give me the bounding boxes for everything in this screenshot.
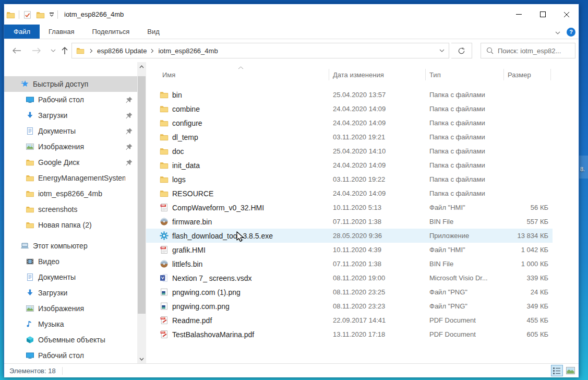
close-button[interactable] [555,4,579,25]
sidebar-item-быстрый-доступ[interactable]: Быстрый доступ [4,76,137,92]
minimize-button[interactable] [507,4,531,25]
file-date: 13.11.2020 17:18 [329,330,426,338]
thumbnails-view-button[interactable] [565,365,577,376]
sidebar-item-energymanagementsystemn[interactable]: EnergyManagementSystemN [4,170,137,186]
quick-access-star-icon [20,80,29,88]
address-dropdown-icon[interactable] [435,43,449,58]
file-size: 56 КБ [504,204,548,211]
sidebar-scrollbar[interactable] [137,62,146,363]
table-row[interactable]: HMI CompWaveform_v0_32.HMI 10.11.2020 5:… [146,200,553,215]
svg-text:PDF: PDF [161,331,165,334]
column-header-name[interactable]: Имя [146,69,329,80]
column-header-type[interactable]: Тип [426,69,504,80]
checkmark-document-icon[interactable] [23,10,32,19]
chevron-right-icon [151,49,154,53]
tab-share[interactable]: Поделиться [83,25,138,39]
file-date: 08.11.2020 19:00 [329,274,426,282]
search-input[interactable] [498,47,575,55]
address-bar[interactable]: esp8266 Update iotm_esp8266_4mb [71,43,449,58]
table-row[interactable]: littlefs.bin 07.11.2020 1:38 BIN File 1 … [146,257,553,271]
table-row[interactable]: logs 03.11.2020 19:22 Папка с файлами [146,172,553,186]
qat-customize-icon[interactable] [50,13,54,17]
table-row[interactable]: bin 25.04.2020 13:57 Папка с файлами [146,88,553,102]
tab-view[interactable]: Вид [138,25,169,39]
sidebar-item-документы[interactable]: Документы [4,123,137,139]
sidebar-item-этот-компьютер[interactable]: Этот компьютер [4,238,137,254]
sidebar-item-label: Изображения [38,142,84,151]
file-date: 10.11.2020 4:39 [329,246,426,254]
visio-icon: V [160,274,169,282]
table-row[interactable]: pngwing.com (1).png 08.11.2020 23:25 Фай… [146,285,553,299]
file-date: 10.11.2020 5:13 [329,204,426,211]
folder-icon[interactable] [36,10,45,19]
sidebar-item-видео[interactable]: Видео [4,254,137,269]
quick-access-toolbar [6,9,62,20]
titlebar: iotm_esp8266_4mb [4,4,579,25]
table-row[interactable]: dl_temp 03.11.2020 19:21 Папка с файлами [146,130,553,144]
table-row[interactable]: RESOURCE 24.04.2020 14:09 Папка с файлам… [146,186,553,200]
table-row[interactable]: HMI grafik.HMI 10.11.2020 4:39 Файл "HMI… [146,243,553,257]
sidebar-item-объемные-объекты[interactable]: Объемные объекты [4,332,137,348]
sidebar-item-screenshots[interactable]: screenshots [4,201,137,217]
expand-ribbon-icon[interactable] [555,27,560,37]
back-button[interactable] [10,44,23,57]
refresh-button[interactable] [451,43,472,58]
file-date: 08.11.2020 23:23 [329,302,426,310]
maximize-button[interactable] [531,4,555,25]
sidebar-item-iotm-esp8266-4mb[interactable]: iotm_esp8266_4mb [4,186,137,201]
sidebar-item-рабочий-стол[interactable]: Рабочий стол [4,348,137,363]
sidebar-item-документы[interactable]: Документы [4,269,137,285]
folder-icon [160,161,169,170]
file-type: Папка с файлами [426,189,504,197]
table-row[interactable]: PDF Readme.pdf 22.09.2017 14:41 PDF Docu… [146,313,553,327]
file-size: 13 834 КБ [504,232,548,240]
file-type: Файл "HMI" [426,246,504,254]
sidebar-item-изображения[interactable]: Изображения [4,139,137,155]
table-row[interactable]: doc 25.04.2020 14:10 Папка с файлами [146,144,553,158]
svg-text:HMI: HMI [161,247,165,249]
sidebar-item-загрузки[interactable]: Загрузки [4,108,137,123]
breadcrumb-segment[interactable]: esp8266 Update [95,47,149,55]
table-row[interactable]: configure 24.04.2020 14:09 Папка с файла… [146,116,553,130]
breadcrumb-segment[interactable]: iotm_esp8266_4mb [156,47,220,55]
pin-icon [125,159,133,167]
help-button[interactable]: ? [567,28,575,37]
file-name: firmware.bin [172,218,329,226]
svg-text:PDF: PDF [161,317,165,319]
gear-icon [160,231,169,240]
table-row[interactable]: firmware.bin 07.11.2020 1:38 BIN File 55… [146,215,553,229]
table-row[interactable]: flash_download_tool_3.8.5.exe 28.05.2020… [146,229,553,243]
sidebar-item-google-диск[interactable]: Google Диск [4,155,137,170]
divider [62,367,63,375]
tab-home[interactable]: Главная [40,25,83,39]
scroll-up-icon[interactable] [137,62,146,71]
table-row[interactable]: init_data 24.04.2020 14:09 Папка с файла… [146,158,553,172]
file-type: Файл "HMI" [426,204,504,211]
sidebar-item-рабочий-стол[interactable]: Рабочий стол [4,92,137,108]
scrollbar-thumb[interactable] [138,76,146,314]
sidebar-item-label: Рабочий стол [38,96,84,104]
sidebar-item-новая-папка-2-[interactable]: Новая папка (2) [4,217,137,233]
up-button[interactable] [58,44,71,57]
column-header-date[interactable]: Дата изменения [329,69,426,80]
table-row[interactable]: PDF TestBalashovaMarina.pdf 13.11.2020 1… [146,327,553,341]
table-row[interactable]: V Nextion 7_ screens.vsdx 08.11.2020 19:… [146,271,553,285]
column-header-size[interactable]: Размер [504,69,551,80]
tab-file[interactable]: Файл [4,25,40,39]
file-date: 24.04.2020 14:09 [329,161,426,169]
file-type: Файл "PNG" [426,302,504,310]
sidebar-item-музыка[interactable]: Музыка [4,316,137,332]
sidebar-item-изображения[interactable]: Изображения [4,301,137,316]
details-view-button[interactable] [551,365,563,376]
explorer-window: iotm_esp8266_4mb Файл Главная Поделиться… [4,4,579,377]
forward-button[interactable] [30,44,43,57]
sidebar-item-загрузки[interactable]: Загрузки [4,285,137,301]
recent-locations-icon[interactable] [47,44,59,57]
folder-icon [26,158,34,167]
folder-icon [76,46,85,55]
table-row[interactable]: pngwing.com.png 08.11.2020 23:23 Файл "P… [146,299,553,313]
scroll-down-icon[interactable] [137,354,146,363]
chevron-right-icon [90,49,93,53]
table-row[interactable]: combine 24.04.2020 14:09 Папка с файлами [146,102,553,116]
file-size: 24 КБ [504,288,548,296]
